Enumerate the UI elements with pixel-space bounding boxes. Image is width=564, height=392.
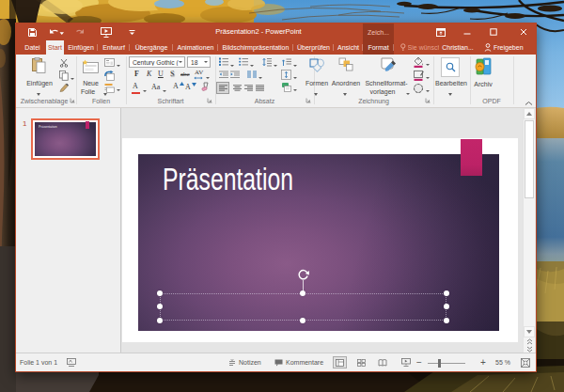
quick-styles-label-line1[interactable]: Schnellformat- (365, 80, 408, 87)
previous-slide-button[interactable] (524, 338, 535, 345)
align-left-button[interactable] (216, 82, 229, 94)
copy-icon[interactable] (59, 71, 69, 81)
clear-formatting-icon[interactable] (200, 82, 211, 91)
slide-thumbnail[interactable]: Präsentation (31, 118, 100, 160)
shape-fill-dropdown[interactable] (426, 60, 430, 67)
clipboard-dialog-launcher[interactable] (70, 98, 75, 103)
editing-button[interactable] (441, 57, 460, 77)
increase-indent-icon[interactable] (230, 71, 240, 79)
vertical-scrollbar[interactable] (523, 108, 535, 353)
scroll-down-button[interactable] (524, 326, 535, 337)
rotation-handle[interactable] (294, 269, 319, 295)
text-direction-icon[interactable] (282, 57, 291, 67)
section-icon[interactable] (104, 83, 115, 93)
shrink-font-button[interactable]: A (185, 83, 191, 91)
columns-dropdown[interactable] (258, 73, 262, 80)
copy-dropdown[interactable] (70, 74, 74, 81)
minimize-button[interactable] (459, 24, 476, 40)
text-direction-dropdown[interactable] (293, 61, 297, 68)
slide-title-text[interactable]: Präsentation (163, 162, 293, 197)
paste-label[interactable]: Einfügen (21, 80, 58, 87)
italic-button[interactable]: K (147, 70, 151, 78)
share-button[interactable]: Freigeben (480, 40, 524, 55)
zoom-level[interactable]: 55 % (495, 353, 510, 371)
arrange-button[interactable] (338, 57, 353, 72)
zoom-out-button[interactable]: − (416, 353, 422, 371)
numbering-icon[interactable] (239, 57, 248, 66)
align-right-button[interactable] (244, 85, 253, 92)
format-painter-icon[interactable] (59, 83, 70, 93)
underline-button[interactable]: U (158, 70, 164, 78)
arrange-label[interactable]: Anordnen (327, 80, 365, 87)
customize-qat-button[interactable] (126, 24, 137, 40)
resize-handle-e[interactable] (444, 304, 449, 309)
tab-ueberpruefen[interactable]: Überprüfen (293, 40, 334, 55)
quick-styles-dropdown[interactable] (406, 89, 410, 96)
paste-dropdown[interactable] (37, 90, 40, 97)
character-spacing-button[interactable]: AV (195, 69, 203, 76)
tab-start[interactable]: Start (46, 40, 64, 55)
slideshow-from-start-button[interactable] (99, 24, 114, 40)
archive-button[interactable] (474, 57, 492, 75)
account-name[interactable]: Christian... (441, 40, 475, 55)
font-size-combo[interactable]: 18 (187, 56, 211, 68)
slide-accent-shape[interactable] (461, 139, 482, 176)
resize-handle-ne[interactable] (444, 290, 449, 296)
tab-animationen[interactable]: Animationen (173, 40, 218, 55)
grow-font-button[interactable]: A (173, 82, 179, 90)
new-slide-button[interactable] (82, 59, 99, 73)
fit-to-window-button[interactable] (521, 358, 530, 376)
resize-handle-nw[interactable] (157, 290, 163, 296)
tab-uebergaenge[interactable]: Übergänge (130, 40, 173, 55)
zoom-slider-thumb[interactable] (438, 359, 441, 368)
comments-button[interactable]: Kommentare (274, 353, 323, 371)
resize-handle-se[interactable] (444, 318, 449, 323)
paragraph-dialog-launcher[interactable] (306, 98, 311, 103)
resize-handle-w[interactable] (157, 304, 163, 309)
decrease-indent-icon[interactable] (219, 71, 228, 79)
zoom-in-button[interactable]: + (480, 353, 486, 371)
editing-dropdown[interactable] (448, 90, 452, 97)
shape-fill-icon[interactable] (413, 56, 424, 68)
shapes-dropdown[interactable] (314, 90, 318, 97)
notes-button[interactable]: Notizen (228, 353, 261, 371)
slide-indicator[interactable]: Folie 1 von 1 (20, 353, 57, 371)
zoom-slider-track[interactable] (428, 363, 465, 364)
drawing-dialog-launcher[interactable] (425, 98, 431, 103)
tab-format[interactable]: Format (363, 40, 394, 55)
slide-page[interactable]: Präsentation (122, 138, 518, 342)
tab-bildschirmpraesentation[interactable]: Bildschirmpräsentation (218, 40, 293, 55)
align-text-icon[interactable] (281, 70, 291, 80)
font-color-dropdown[interactable] (143, 86, 147, 93)
shape-effects-icon[interactable] (413, 83, 424, 94)
resize-handle-s[interactable] (300, 318, 306, 323)
strikethrough-button[interactable]: abc (180, 71, 190, 78)
justify-button[interactable] (256, 85, 264, 92)
shape-outline-dropdown[interactable] (426, 73, 430, 80)
normal-view-button[interactable] (333, 356, 347, 368)
bullets-dropdown[interactable] (230, 61, 234, 68)
tab-datei[interactable]: Datei (19, 40, 46, 55)
quick-styles-label-line2[interactable]: vorlagen (361, 88, 404, 96)
subtitle-placeholder[interactable] (160, 293, 446, 321)
arrange-dropdown[interactable] (343, 90, 347, 97)
new-slide-label-line2[interactable]: Folie (74, 88, 102, 96)
line-spacing-icon[interactable] (262, 57, 272, 67)
editing-label[interactable]: Bearbeiten (433, 80, 469, 87)
convert-smartart-icon[interactable] (281, 82, 292, 93)
text-shadow-button[interactable]: S (170, 70, 174, 78)
bullets-icon[interactable] (219, 57, 228, 66)
maximize-button[interactable] (485, 24, 502, 40)
font-color-button[interactable]: A (133, 82, 138, 90)
tab-entwurf[interactable]: Entwurf (98, 40, 130, 55)
redo-button[interactable] (72, 24, 87, 40)
reading-view-button[interactable] (375, 356, 389, 368)
shapes-button[interactable] (309, 58, 325, 72)
line-spacing-dropdown[interactable] (274, 61, 277, 68)
tab-einfuegen[interactable]: Einfügen (64, 40, 98, 55)
font-dialog-launcher[interactable] (207, 98, 212, 103)
quick-styles-button[interactable] (380, 56, 397, 72)
smartart-dropdown[interactable] (293, 86, 297, 92)
section-dropdown[interactable] (117, 86, 120, 92)
shape-effects-dropdown[interactable] (426, 86, 430, 93)
